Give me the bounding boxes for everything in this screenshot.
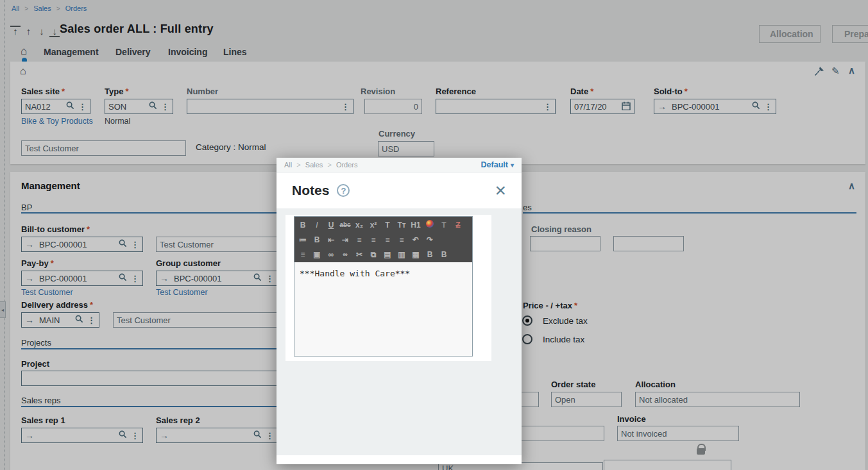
image-icon[interactable]: ▣	[310, 250, 324, 259]
outdent-icon[interactable]: ⇤	[324, 235, 338, 244]
align-left-icon[interactable]: ≡	[352, 235, 366, 244]
copy-icon[interactable]: ⧉	[366, 250, 380, 259]
dialog-header: Notes ? ×	[277, 172, 522, 208]
editor-toolbar: BIUabcx₂x²TTᴛH1TZ≔B⇤⇥≡≡≡≡↶↷≡▣∞∞✂⧉▤▥▦BB	[294, 217, 472, 262]
dialog-footer	[277, 455, 522, 464]
view-selector[interactable]: Default▾	[481, 160, 514, 169]
caret-down-icon: ▾	[511, 162, 514, 169]
rich-text-editor: BIUabcx₂x²TTᴛH1TZ≔B⇤⇥≡≡≡≡↶↷≡▣∞∞✂⧉▤▥▦BB *…	[294, 216, 473, 357]
note-text-area[interactable]: ***Handle with Care***	[294, 262, 472, 356]
dialog-title: Notes	[292, 183, 329, 198]
dialog-breadcrumb-bar: All > Sales > Orders Default▾	[277, 158, 522, 172]
indent-icon[interactable]: ⇥	[338, 235, 352, 244]
horizontal-rule-icon[interactable]: ≡	[296, 250, 310, 259]
paste-icon[interactable]: ▤	[380, 250, 395, 259]
align-center-icon[interactable]: ≡	[366, 235, 380, 244]
bold-icon[interactable]: B	[296, 221, 310, 230]
align-right-icon[interactable]: ≡	[380, 235, 395, 244]
paste-text-icon[interactable]: ▥	[395, 250, 409, 259]
notes-dialog: All > Sales > Orders Default▾ Notes ? × …	[277, 158, 522, 464]
link-icon[interactable]: ∞	[324, 250, 338, 259]
remove-format-icon[interactable]: Z	[451, 221, 465, 230]
application-window: All > Sales > Orders ↑ ↑ ↓ ↓ Sales order…	[0, 0, 868, 470]
align-justify-icon[interactable]: ≡	[395, 235, 409, 244]
blockquote-icon[interactable]: B	[310, 235, 324, 244]
breadcrumb-item-sales[interactable]: Sales	[305, 161, 323, 169]
italic-icon[interactable]: I	[310, 221, 324, 230]
text-size-icon[interactable]: T	[380, 221, 395, 230]
breadcrumb-separator: >	[296, 161, 300, 169]
help-icon[interactable]: ?	[337, 184, 350, 197]
undo-icon[interactable]: ↶	[409, 235, 423, 244]
redo-icon[interactable]: ↷	[423, 235, 437, 244]
font-color-icon[interactable]	[423, 220, 437, 230]
print-icon[interactable]: ▦	[409, 250, 423, 259]
strikethrough-icon[interactable]: abc	[338, 221, 352, 228]
superscript-icon[interactable]: x²	[366, 221, 380, 230]
heading-icon[interactable]: H1	[409, 221, 423, 230]
bold-alt2-icon[interactable]: B	[437, 250, 451, 259]
text-color-icon[interactable]: T	[437, 221, 451, 230]
breadcrumb-separator: >	[327, 161, 331, 169]
small-caps-icon[interactable]: Tᴛ	[395, 221, 409, 230]
breadcrumb-item-orders[interactable]: Orders	[336, 161, 358, 169]
dialog-breadcrumb: All > Sales > Orders	[284, 161, 358, 169]
bold-alt-icon[interactable]: B	[423, 250, 437, 259]
bullet-list-icon[interactable]: ≔	[296, 235, 310, 244]
breadcrumb-item-all[interactable]: All	[284, 161, 292, 169]
underline-icon[interactable]: U	[324, 221, 338, 230]
close-icon[interactable]: ×	[495, 184, 506, 197]
cut-icon[interactable]: ✂	[352, 250, 366, 259]
subscript-icon[interactable]: x₂	[352, 221, 366, 230]
unlink-icon[interactable]: ∞	[338, 251, 352, 258]
